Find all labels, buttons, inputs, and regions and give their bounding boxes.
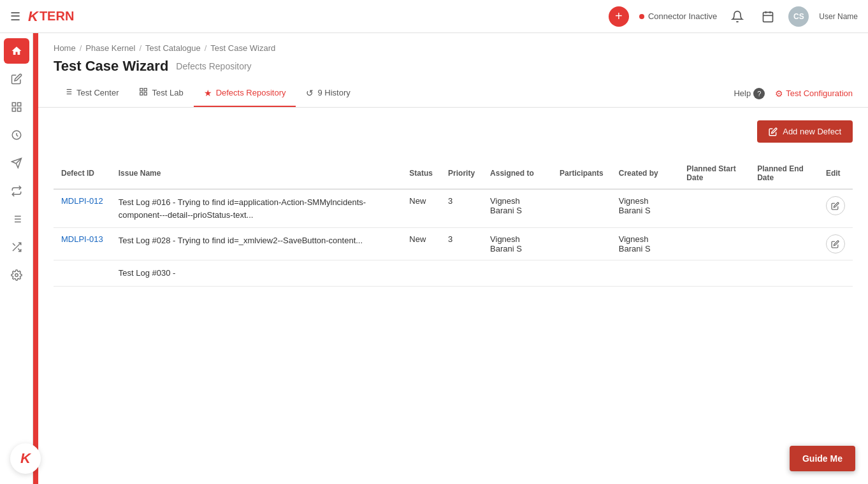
test-lab-icon (139, 87, 148, 98)
breadcrumb-phase-kernel[interactable]: Phase Kernel (85, 43, 135, 53)
add-new-defect-button[interactable]: Add new Defect (757, 120, 853, 143)
defect-id-mdlpi-012[interactable]: MDLPI-012 (61, 196, 103, 206)
sidebar (0, 33, 33, 484)
sidebar-item-home[interactable] (4, 38, 29, 64)
col-edit: Edit (818, 158, 853, 189)
sidebar-item-repeat[interactable] (4, 178, 29, 204)
svg-rect-5 (17, 103, 20, 106)
red-accent-bar (33, 33, 38, 484)
col-status: Status (401, 158, 440, 189)
content-area: Add new Defect Defect ID Issue Name Stat… (38, 108, 868, 299)
avatar[interactable]: CS (788, 6, 809, 27)
guide-me-button[interactable]: Guide Me (790, 446, 855, 471)
sidebar-item-shuffle[interactable] (4, 234, 29, 260)
add-button-row: Add new Defect (54, 120, 853, 143)
col-created-by: Created by (611, 158, 679, 189)
assigned-to-1: Vignesh Barani S (482, 228, 552, 260)
edit-button-1[interactable] (826, 234, 845, 253)
help-button[interactable]: Help ? (734, 88, 765, 99)
test-center-icon (64, 87, 73, 98)
tab-history[interactable]: ↺ 9 History (296, 80, 360, 107)
svg-line-19 (13, 243, 15, 246)
table-row: Test Log #030 - (54, 260, 853, 287)
col-defect-id: Defect ID (54, 158, 111, 189)
help-circle-icon: ? (753, 88, 765, 99)
breadcrumb-test-catalogue[interactable]: Test Catalogue (145, 43, 201, 53)
breadcrumb-home[interactable]: Home (54, 43, 76, 53)
app-logo[interactable]: KTERN (28, 8, 74, 25)
tab-test-center[interactable]: Test Center (54, 80, 129, 107)
svg-rect-4 (12, 103, 15, 106)
planned-start-1 (679, 228, 749, 260)
page-title: Test Case Wizard (54, 58, 168, 75)
table-header-row: Defect ID Issue Name Status Priority Ass… (54, 158, 853, 189)
page-title-row: Test Case Wizard Defects Repository (38, 53, 868, 75)
sidebar-item-grid[interactable] (4, 94, 29, 120)
page-subtitle: Defects Repository (176, 61, 251, 71)
defects-table: Defect ID Issue Name Status Priority Ass… (54, 158, 853, 287)
history-icon: ↺ (306, 88, 314, 98)
svg-rect-7 (12, 108, 15, 111)
breadcrumb-sep-2: / (139, 43, 141, 53)
svg-rect-30 (140, 92, 143, 95)
created-by-2 (611, 260, 679, 287)
test-config-label: Test Configuration (786, 89, 853, 98)
connector-label: Connector Inactive (648, 11, 717, 21)
tab-defects-repository-label: Defects Repository (216, 88, 286, 97)
tab-test-lab-label: Test Lab (152, 88, 183, 97)
add-button[interactable]: + (609, 6, 629, 27)
defect-id-mdlpi-013[interactable]: MDLPI-013 (61, 234, 103, 244)
svg-rect-0 (763, 12, 773, 22)
edit-button-0[interactable] (826, 196, 845, 215)
status-0: New (401, 189, 440, 228)
created-by-1: Vignesh Barani S (611, 228, 679, 260)
issue-name-1: Test Log #028 - Trying to find id=_xmlvi… (119, 234, 394, 247)
test-configuration-button[interactable]: ⚙ Test Configuration (775, 89, 853, 99)
planned-end-0 (749, 189, 818, 228)
sidebar-item-settings[interactable] (4, 262, 29, 288)
tab-test-lab[interactable]: Test Lab (129, 80, 193, 107)
connector-dot (639, 14, 644, 19)
participants-0 (552, 189, 611, 228)
tab-test-center-label: Test Center (76, 88, 119, 97)
gear-icon: ⚙ (775, 89, 783, 99)
created-by-0: Vignesh Barani S (611, 189, 679, 228)
help-label: Help (734, 89, 751, 98)
main-content: Home / Phase Kernel / Test Catalogue / T… (38, 33, 868, 484)
tabs-bar: Test Center Test Lab ★ Defects Repositor… (38, 80, 868, 108)
tabs-right: Help ? ⚙ Test Configuration (734, 88, 853, 99)
sidebar-item-list[interactable] (4, 206, 29, 232)
notifications-icon[interactable] (727, 6, 748, 27)
participants-2 (552, 260, 611, 287)
sidebar-item-send[interactable] (4, 150, 29, 176)
user-name: User Name (819, 12, 858, 21)
breadcrumb: Home / Phase Kernel / Test Catalogue / T… (38, 33, 868, 53)
priority-0: 3 (440, 189, 482, 228)
svg-rect-6 (17, 108, 20, 111)
svg-point-20 (15, 274, 18, 277)
issue-name-2: Test Log #030 - (119, 267, 394, 280)
table-row: MDLPI-012 Test Log #016 - Trying to find… (54, 189, 853, 228)
breadcrumb-sep-3: / (205, 43, 207, 53)
logo-text: TERN (40, 9, 74, 24)
breadcrumb-current: Test Case Wizard (210, 43, 275, 53)
sidebar-item-edit[interactable] (4, 66, 29, 92)
ktern-watermark[interactable]: K (10, 443, 41, 474)
calendar-icon[interactable] (758, 6, 778, 27)
connector-status: Connector Inactive (639, 11, 717, 21)
table-row: MDLPI-013 Test Log #028 - Trying to find… (54, 228, 853, 260)
col-participants: Participants (552, 158, 611, 189)
priority-2 (440, 260, 482, 287)
issue-name-0: Test Log #016 - Trying to find id=applic… (119, 196, 394, 221)
hamburger-menu[interactable]: ☰ (10, 10, 20, 24)
add-defect-label: Add new Defect (783, 127, 841, 136)
priority-1: 3 (440, 228, 482, 260)
sidebar-item-circle[interactable] (4, 122, 29, 148)
assigned-to-0: Vignesh Barani S (482, 189, 552, 228)
top-navigation: ☰ KTERN + Connector Inactive CS User Nam… (0, 0, 868, 33)
tab-defects-repository[interactable]: ★ Defects Repository (194, 80, 296, 107)
col-planned-end: Planned End Date (749, 158, 818, 189)
planned-start-0 (679, 189, 749, 228)
tab-history-label: 9 History (317, 88, 350, 97)
ktern-k-logo: K (20, 450, 31, 467)
